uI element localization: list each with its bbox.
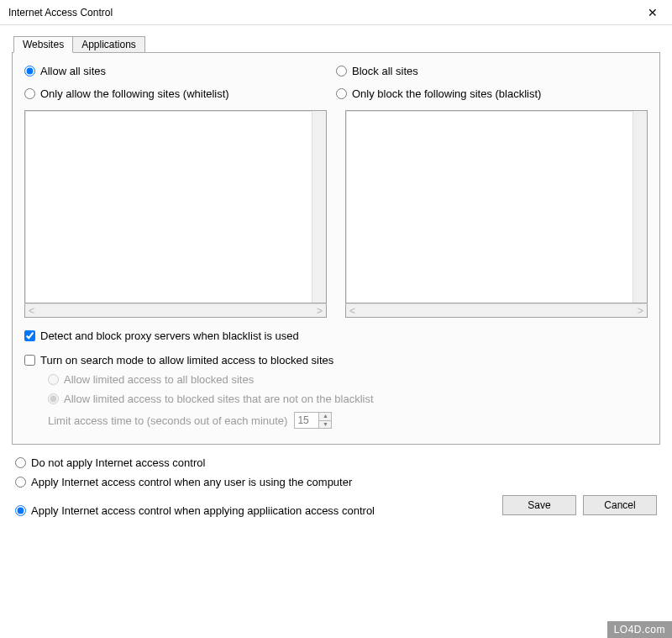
title-bar: Internet Access Control ✕ bbox=[0, 0, 672, 25]
radio-blacklist[interactable]: Only block the following sites (blacklis… bbox=[336, 87, 648, 100]
spinner-buttons: ▲ ▼ bbox=[318, 413, 331, 428]
radio-whitelist[interactable]: Only allow the following sites (whitelis… bbox=[24, 87, 336, 100]
scroll-right-icon[interactable]: > bbox=[638, 305, 643, 317]
site-lists: < > < > bbox=[24, 110, 648, 318]
whitelist-hscroll[interactable]: < > bbox=[24, 303, 327, 318]
spinner-up-icon: ▲ bbox=[319, 413, 331, 421]
window-title: Internet Access Control bbox=[8, 7, 113, 18]
blacklist-box[interactable] bbox=[345, 110, 648, 303]
check-search-mode-label: Turn on search mode to allow limited acc… bbox=[40, 354, 333, 366]
radio-apply-app-control-label: Apply Internet access control when apply… bbox=[31, 504, 375, 517]
save-button[interactable]: Save bbox=[502, 495, 576, 515]
blacklist-content[interactable] bbox=[346, 111, 633, 303]
blacklist-hscroll[interactable]: < > bbox=[345, 303, 648, 318]
radio-apply-any-user[interactable]: Apply Internet access control when any u… bbox=[15, 476, 657, 488]
tab-websites[interactable]: Websites bbox=[13, 36, 73, 53]
watermark: LO4D.com bbox=[607, 621, 672, 638]
radio-block-all-input[interactable] bbox=[336, 66, 347, 76]
radio-block-all[interactable]: Block all sites bbox=[336, 65, 648, 77]
spinner-down-icon: ▼ bbox=[319, 421, 331, 429]
radio-limited-notblacklist-input bbox=[48, 393, 59, 404]
radio-limited-all-input bbox=[48, 374, 59, 385]
blacklist-vscroll[interactable] bbox=[633, 111, 647, 303]
radio-apply-none-label: Do not apply Internet access control bbox=[31, 456, 205, 469]
radio-apply-any-user-input[interactable] bbox=[15, 477, 26, 488]
radio-allow-all-input[interactable] bbox=[24, 66, 35, 76]
radio-apply-none-input[interactable] bbox=[15, 457, 26, 468]
close-button[interactable]: ✕ bbox=[640, 6, 665, 19]
radio-allow-all-label: Allow all sites bbox=[40, 65, 106, 77]
radio-whitelist-input[interactable] bbox=[24, 88, 35, 99]
scroll-left-icon[interactable]: < bbox=[29, 305, 34, 317]
whitelist-vscroll[interactable] bbox=[312, 111, 326, 303]
whitelist-content[interactable] bbox=[25, 111, 312, 303]
limit-access-label: Limit access time to (seconds out of eac… bbox=[48, 414, 287, 427]
button-bar: Save Cancel bbox=[502, 495, 657, 517]
check-search-mode-input[interactable] bbox=[24, 355, 35, 366]
client-area: Websites Applications Allow all sites On… bbox=[0, 25, 672, 529]
radio-limited-all-label: Allow limited access to all blocked site… bbox=[64, 373, 254, 386]
radio-apply-app-control-input[interactable] bbox=[15, 505, 26, 516]
tab-strip: Websites Applications bbox=[13, 35, 660, 52]
apply-radios: Do not apply Internet access control App… bbox=[15, 456, 657, 517]
whitelist-box[interactable] bbox=[24, 110, 327, 303]
blacklist-box-wrap: < > bbox=[345, 110, 648, 318]
radio-apply-any-user-label: Apply Internet access control when any u… bbox=[31, 476, 352, 488]
radio-block-all-label: Block all sites bbox=[352, 65, 418, 77]
limited-access-section: Allow limited access to all blocked site… bbox=[48, 373, 648, 429]
radio-allow-all[interactable]: Allow all sites bbox=[24, 65, 336, 77]
scroll-left-icon[interactable]: < bbox=[349, 305, 355, 317]
limit-access-row: Limit access time to (seconds out of eac… bbox=[48, 412, 648, 429]
websites-panel: Allow all sites Only allow the following… bbox=[12, 52, 660, 445]
radio-apply-none[interactable]: Do not apply Internet access control bbox=[15, 456, 657, 469]
site-mode-radios: Allow all sites Only allow the following… bbox=[24, 65, 648, 110]
scroll-right-icon[interactable]: > bbox=[317, 305, 323, 317]
check-search-mode[interactable]: Turn on search mode to allow limited acc… bbox=[24, 354, 648, 366]
radio-limited-notblacklist-label: Allow limited access to blocked sites th… bbox=[64, 393, 374, 405]
whitelist-box-wrap: < > bbox=[24, 110, 327, 318]
cancel-button[interactable]: Cancel bbox=[583, 495, 657, 515]
check-detect-proxy[interactable]: Detect and block proxy servers when blac… bbox=[24, 330, 648, 342]
radio-blacklist-label: Only block the following sites (blacklis… bbox=[352, 87, 541, 100]
check-detect-proxy-input[interactable] bbox=[24, 330, 35, 341]
check-detect-proxy-label: Detect and block proxy servers when blac… bbox=[40, 330, 299, 342]
radio-limited-all: Allow limited access to all blocked site… bbox=[48, 373, 648, 386]
radio-limited-notblacklist: Allow limited access to blocked sites th… bbox=[48, 393, 648, 405]
apply-section: Do not apply Internet access control App… bbox=[12, 456, 660, 517]
radio-blacklist-input[interactable] bbox=[336, 88, 347, 99]
radio-whitelist-label: Only allow the following sites (whitelis… bbox=[40, 87, 229, 100]
limit-access-spinner: ▲ ▼ bbox=[294, 412, 332, 429]
tab-applications[interactable]: Applications bbox=[72, 36, 145, 53]
radio-apply-app-control[interactable]: Apply Internet access control when apply… bbox=[15, 504, 375, 517]
limit-access-input bbox=[295, 413, 318, 428]
